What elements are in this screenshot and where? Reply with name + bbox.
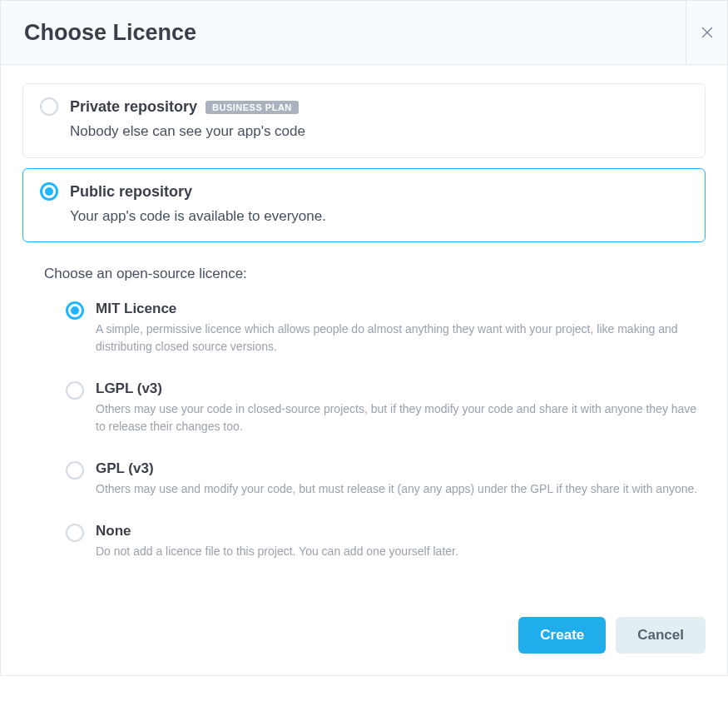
dialog-header: Choose Licence (1, 1, 727, 65)
public-content: Public repository Your app's code is ava… (70, 182, 688, 227)
licence-option-lgpl[interactable]: LGPL (v3) Others may use your code in cl… (66, 380, 706, 435)
mit-desc: A simple, permissive licence which allow… (96, 321, 706, 355)
dialog-footer: Create Cancel (1, 604, 727, 675)
private-title: Private repository (70, 98, 197, 116)
public-title: Public repository (70, 183, 192, 201)
close-button[interactable] (686, 1, 727, 64)
none-content: None Do not add a licence file to this p… (96, 523, 706, 560)
gpl-desc: Others may use and modify your code, but… (96, 480, 706, 498)
radio-gpl[interactable] (66, 461, 84, 480)
private-desc: Nobody else can see your app's code (70, 121, 688, 142)
licence-list: MIT Licence A simple, permissive licence… (22, 301, 706, 560)
licence-option-gpl[interactable]: GPL (v3) Others may use and modify your … (66, 460, 706, 498)
close-icon (701, 27, 713, 38)
radio-private[interactable] (40, 97, 58, 116)
repo-option-public[interactable]: Public repository Your app's code is ava… (22, 168, 706, 243)
dialog-title: Choose Licence (1, 1, 686, 64)
none-desc: Do not add a licence file to this projec… (96, 543, 706, 560)
dialog-body: Private repository BUSINESS PLAN Nobody … (1, 65, 727, 604)
public-desc: Your app's code is available to everyone… (70, 206, 688, 227)
radio-none[interactable] (66, 524, 84, 542)
mit-title: MIT Licence (96, 301, 706, 317)
radio-mit[interactable] (66, 301, 84, 320)
business-plan-badge: BUSINESS PLAN (206, 101, 299, 114)
public-title-row: Public repository (70, 183, 688, 201)
create-button[interactable]: Create (518, 617, 606, 654)
choose-licence-dialog: Choose Licence Private repository BUSINE… (0, 0, 728, 676)
none-title: None (96, 523, 706, 539)
licence-option-none[interactable]: None Do not add a licence file to this p… (66, 523, 706, 560)
radio-public[interactable] (40, 182, 58, 201)
lgpl-content: LGPL (v3) Others may use your code in cl… (96, 380, 706, 435)
private-title-row: Private repository BUSINESS PLAN (70, 98, 688, 116)
licence-option-mit[interactable]: MIT Licence A simple, permissive licence… (66, 301, 706, 355)
section-label: Choose an open-source licence: (44, 266, 706, 282)
mit-content: MIT Licence A simple, permissive licence… (96, 301, 706, 355)
private-content: Private repository BUSINESS PLAN Nobody … (70, 97, 688, 142)
repo-option-private[interactable]: Private repository BUSINESS PLAN Nobody … (22, 83, 706, 158)
gpl-content: GPL (v3) Others may use and modify your … (96, 460, 706, 498)
lgpl-title: LGPL (v3) (96, 380, 706, 397)
gpl-title: GPL (v3) (96, 460, 706, 477)
radio-lgpl[interactable] (66, 381, 84, 400)
cancel-button[interactable]: Cancel (616, 617, 706, 654)
lgpl-desc: Others may use your code in closed-sourc… (96, 400, 706, 435)
